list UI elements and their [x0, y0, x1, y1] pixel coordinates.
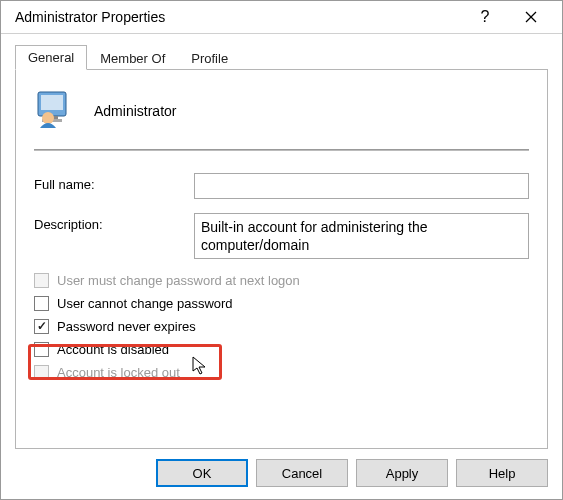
tab-panel-general: Administrator Full name: Description: Bu… [15, 69, 548, 449]
check-must-change-password: User must change password at next logon [34, 273, 529, 288]
cancel-button[interactable]: Cancel [256, 459, 348, 487]
ok-button[interactable]: OK [156, 459, 248, 487]
check-label: Password never expires [57, 319, 196, 334]
close-icon[interactable] [508, 2, 554, 32]
check-label: Account is locked out [57, 365, 180, 380]
checkbox-icon[interactable] [34, 296, 49, 311]
checkbox-icon[interactable] [34, 342, 49, 357]
apply-button[interactable]: Apply [356, 459, 448, 487]
window-title: Administrator Properties [15, 9, 462, 25]
checkbox-icon[interactable] [34, 319, 49, 334]
check-account-locked-out: Account is locked out [34, 365, 529, 380]
check-cannot-change-password[interactable]: User cannot change password [34, 296, 529, 311]
description-label: Description: [34, 213, 194, 232]
tab-memberof[interactable]: Member Of [87, 46, 178, 70]
button-row: OK Cancel Apply Help [1, 449, 562, 499]
fullname-label: Full name: [34, 173, 194, 192]
fullname-field[interactable] [194, 173, 529, 199]
check-account-is-disabled[interactable]: Account is disabled [34, 342, 529, 357]
row-fullname: Full name: [34, 173, 529, 199]
description-field[interactable]: Built-in account for administering the c… [194, 213, 529, 259]
checkbox-icon [34, 273, 49, 288]
check-label: User cannot change password [57, 296, 233, 311]
svg-rect-3 [41, 95, 63, 110]
tab-profile[interactable]: Profile [178, 46, 241, 70]
tab-general[interactable]: General [15, 45, 87, 70]
divider [34, 149, 529, 151]
help-icon[interactable]: ? [462, 2, 508, 32]
check-password-never-expires[interactable]: Password never expires [34, 319, 529, 334]
content-area: General Member Of Profile Administrator [1, 34, 562, 449]
titlebar: Administrator Properties ? [1, 1, 562, 34]
svg-point-6 [42, 112, 54, 124]
user-icon [34, 88, 76, 133]
tab-strip: General Member Of Profile [15, 44, 548, 70]
row-description: Description: Built-in account for admini… [34, 213, 529, 259]
account-header: Administrator [34, 84, 529, 143]
check-label: User must change password at next logon [57, 273, 300, 288]
help-button[interactable]: Help [456, 459, 548, 487]
checkbox-icon [34, 365, 49, 380]
check-label: Account is disabled [57, 342, 169, 357]
properties-window: Administrator Properties ? General Membe… [0, 0, 563, 500]
account-name: Administrator [94, 103, 176, 119]
